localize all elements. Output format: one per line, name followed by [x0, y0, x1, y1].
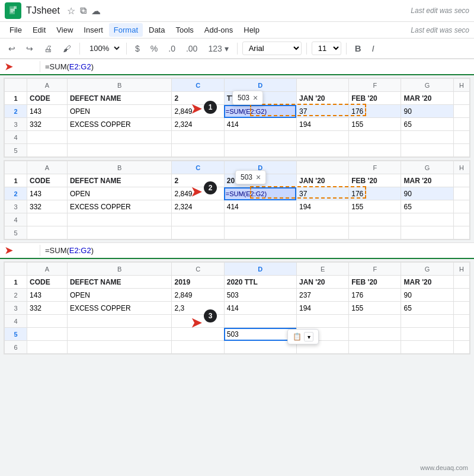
undo-button[interactable]: ↩	[5, 41, 19, 56]
col-header-d-3[interactable]: D	[224, 263, 296, 276]
col-header-f-3[interactable]: F	[349, 263, 401, 276]
cell-5a[interactable]	[27, 144, 68, 157]
cell-p2-2f[interactable]: 176	[349, 187, 401, 200]
cell-p2-3a[interactable]: 332	[27, 200, 68, 213]
cell-p3-3c[interactable]: 2,3	[172, 302, 224, 315]
tooltip-close-1[interactable]: ×	[253, 93, 258, 103]
cell-p3-2a[interactable]: 143	[27, 289, 68, 302]
menu-insert[interactable]: Insert	[79, 23, 108, 37]
folder-icon[interactable]: ⧉	[80, 5, 87, 16]
cell-1b[interactable]: DEFECT NAME	[67, 92, 172, 105]
cell-4f[interactable]	[349, 131, 401, 144]
currency-button[interactable]: $	[132, 41, 143, 56]
menu-tools[interactable]: Tools	[171, 23, 198, 37]
cell-2b[interactable]: OPEN	[67, 105, 172, 118]
col-header-b-3[interactable]: B	[67, 263, 172, 276]
cell-3e[interactable]: 194	[296, 118, 348, 131]
cell-p3-1c[interactable]: 2019	[172, 276, 224, 289]
cell-p2-1g[interactable]: MAR '20	[401, 174, 453, 187]
cell-p2-2a[interactable]: 143	[27, 187, 68, 200]
cell-1g[interactable]: MAR '20	[401, 92, 453, 105]
cell-p3-2g[interactable]: 90	[401, 289, 453, 302]
cell-p2-3e[interactable]: 194	[296, 200, 348, 213]
cell-4b[interactable]	[67, 131, 172, 144]
cell-p3-1b[interactable]: DEFECT NAME	[67, 276, 172, 289]
cell-p2-3b[interactable]: EXCESS COPPER	[67, 200, 172, 213]
cell-p3-3d[interactable]: 414	[224, 302, 296, 315]
zoom-select[interactable]: 100%	[85, 42, 121, 55]
cell-4g[interactable]	[401, 131, 453, 144]
cell-p3-3e[interactable]: 194	[296, 302, 348, 315]
redo-button[interactable]: ↪	[23, 41, 37, 56]
cell-p3-2f[interactable]: 176	[349, 289, 401, 302]
cell-p3-2e[interactable]: 237	[296, 289, 348, 302]
col-header-e-3[interactable]: E	[296, 263, 348, 276]
bold-button[interactable]: B	[351, 41, 365, 56]
cell-3b[interactable]: EXCESS COPPER	[67, 118, 172, 131]
col-header-a-2[interactable]: A	[27, 161, 68, 174]
cell-p3-3b[interactable]: EXCESS COPPER	[67, 302, 172, 315]
col-header-c-3[interactable]: C	[172, 263, 224, 276]
cell-5d[interactable]	[224, 144, 296, 157]
cell-p3-1a[interactable]: CODE	[27, 276, 68, 289]
print-button[interactable]: 🖨	[40, 41, 56, 56]
cell-2d-formula[interactable]: =SUM(E2:G2)	[224, 105, 296, 118]
star-icon[interactable]: ☆	[67, 5, 75, 17]
cell-3g[interactable]: 65	[401, 118, 453, 131]
col-header-f-2[interactable]: F	[349, 161, 401, 174]
cell-p2-3d[interactable]: 414	[224, 200, 296, 213]
col-header-b-1[interactable]: B	[67, 79, 172, 92]
cell-p3-3g[interactable]: 65	[401, 302, 453, 315]
cell-p3-2c[interactable]: 2,849	[172, 289, 224, 302]
paint-button[interactable]: 🖌	[59, 41, 75, 56]
menu-addons[interactable]: Add-ons	[200, 23, 238, 37]
col-header-a-1[interactable]: A	[27, 79, 68, 92]
cloud-icon[interactable]: ☁	[91, 5, 101, 17]
font-size-select[interactable]: 11	[312, 41, 341, 55]
col-header-d-1[interactable]: D	[224, 79, 296, 92]
col-header-e-2[interactable]	[296, 161, 348, 174]
cell-p2-1e[interactable]: JAN '20	[296, 174, 348, 187]
cell-p2-2b[interactable]: OPEN	[67, 187, 172, 200]
font-select[interactable]: Arial	[242, 41, 302, 55]
cell-p2-2g[interactable]: 90	[401, 187, 453, 200]
cell-p3-1e[interactable]: JAN '20	[296, 276, 348, 289]
cell-p3-5d-active[interactable]: 503	[224, 328, 296, 341]
cell-p3-2b[interactable]: OPEN	[67, 289, 172, 302]
cell-p3-2d[interactable]: 503	[224, 289, 296, 302]
cell-p2-3f[interactable]: 155	[349, 200, 401, 213]
more-formats-button[interactable]: 123 ▾	[204, 41, 232, 56]
cell-p3-1g[interactable]: MAR '20	[401, 276, 453, 289]
cell-5e[interactable]	[296, 144, 348, 157]
cell-3a[interactable]: 332	[27, 118, 68, 131]
col-header-c-2[interactable]: C	[172, 161, 224, 174]
decimal0-button[interactable]: .0	[165, 41, 179, 56]
col-header-a-3[interactable]: A	[27, 263, 68, 276]
tooltip-close-2[interactable]: ×	[256, 172, 261, 182]
cell-1e[interactable]: JAN '20	[296, 92, 348, 105]
cell-1f[interactable]: FEB '20	[349, 92, 401, 105]
cell-3f[interactable]: 155	[349, 118, 401, 131]
percent-button[interactable]: %	[147, 41, 161, 56]
cell-p2-1b[interactable]: DEFECT NAME	[67, 174, 172, 187]
paste-options[interactable]: 📋 ▾	[287, 329, 319, 344]
cell-p3-3a[interactable]: 332	[27, 302, 68, 315]
cell-5g[interactable]	[401, 144, 453, 157]
cell-4d[interactable]	[224, 131, 296, 144]
menu-format[interactable]: Format	[109, 23, 143, 37]
cell-4e[interactable]	[296, 131, 348, 144]
menu-help[interactable]: Help	[239, 23, 264, 37]
menu-data[interactable]: Data	[144, 23, 169, 37]
cell-p2-1a[interactable]: CODE	[27, 174, 68, 187]
col-header-c-1[interactable]: C	[172, 79, 224, 92]
cell-4c[interactable]	[172, 131, 224, 144]
cell-p2-3g[interactable]: 65	[401, 200, 453, 213]
cell-p2-1f[interactable]: FEB '20	[349, 174, 401, 187]
cell-5c[interactable]	[172, 144, 224, 157]
cell-5b[interactable]	[67, 144, 172, 157]
cell-3d[interactable]: 414	[224, 118, 296, 131]
cell-4a[interactable]	[27, 131, 68, 144]
menu-file[interactable]: File	[5, 23, 27, 37]
decimal00-button[interactable]: .00	[182, 41, 201, 56]
italic-button[interactable]: I	[369, 41, 378, 56]
